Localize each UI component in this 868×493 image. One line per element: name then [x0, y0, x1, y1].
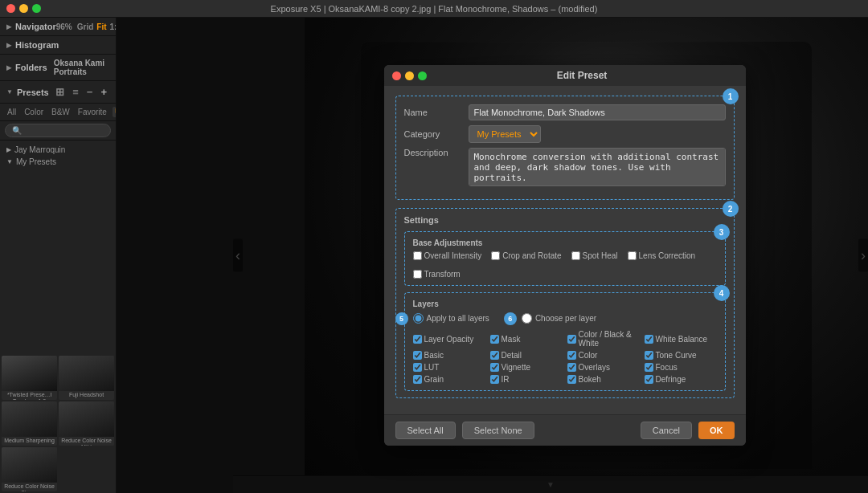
- check-color-bw-input[interactable]: [567, 335, 576, 344]
- check-defringe-input[interactable]: [645, 375, 653, 384]
- check-transform-input[interactable]: [413, 270, 422, 279]
- check-bokeh-input[interactable]: [567, 375, 576, 384]
- traffic-lights[interactable]: [6, 4, 41, 13]
- select-all-button[interactable]: Select All: [395, 422, 456, 439]
- navigator-label: Navigator: [15, 22, 56, 31]
- cancel-button[interactable]: Cancel: [641, 422, 692, 439]
- grid-icon[interactable]: ⊞: [53, 85, 67, 99]
- layers-title: Layers: [413, 299, 717, 308]
- check-overlays[interactable]: Overlays: [567, 363, 640, 372]
- preset-thumb-label-medium: Medium Sharpening: [2, 437, 57, 445]
- check-vignette[interactable]: Vignette: [490, 363, 563, 372]
- description-row: Description Monochrome conversion with a…: [404, 148, 726, 186]
- check-white-balance-input[interactable]: [645, 335, 653, 344]
- close-button[interactable]: [6, 4, 15, 13]
- radio-apply-all-input[interactable]: [413, 313, 424, 324]
- dialog-minimize-button[interactable]: [405, 71, 414, 80]
- filter-tab-user[interactable]: User: [113, 107, 116, 117]
- minimize-button[interactable]: [19, 4, 28, 13]
- info-section: 1 Name Category My Presets Description M…: [395, 96, 735, 200]
- preset-thumb-medium[interactable]: Medium Sharpening: [2, 401, 57, 446]
- select-none-button[interactable]: Select None: [462, 422, 534, 439]
- radio-choose-per-layer[interactable]: Choose per layer: [522, 313, 596, 324]
- presets-header[interactable]: ▼ Presets ⊞ ≡ − +: [0, 81, 116, 104]
- preset-thumb-noise-strong[interactable]: Reduce Color Noise Strong: [2, 447, 57, 491]
- maximize-button[interactable]: [32, 4, 41, 13]
- name-input[interactable]: [469, 104, 726, 120]
- list-icon[interactable]: ≡: [70, 85, 81, 99]
- check-layer-opacity[interactable]: Layer Opacity: [413, 330, 485, 348]
- check-mask[interactable]: Mask: [490, 330, 563, 348]
- check-ir[interactable]: IR: [490, 375, 563, 384]
- edit-preset-dialog: Edit Preset 1 Name Category My Presets: [384, 65, 746, 446]
- layers-box: 4 Layers 5 Apply to all layers: [404, 292, 726, 391]
- check-overall-intensity-input[interactable]: [413, 251, 422, 260]
- check-ir-input[interactable]: [490, 375, 499, 384]
- check-color-input[interactable]: [567, 351, 576, 360]
- check-color[interactable]: Color: [567, 351, 640, 360]
- check-grain[interactable]: Grain: [413, 375, 485, 384]
- dialog-traffic-lights[interactable]: [392, 71, 427, 80]
- check-grain-input[interactable]: [413, 375, 422, 384]
- filter-tab-all[interactable]: All: [5, 107, 18, 117]
- preset-thumb-noise-mild[interactable]: Reduce Color Noise Mild: [59, 401, 114, 446]
- check-color-bw[interactable]: Color / Black & White: [567, 330, 640, 348]
- check-bokeh[interactable]: Bokeh: [567, 375, 640, 384]
- folders-header[interactable]: ▶ Folders Oksana Kami Portraits: [0, 55, 116, 80]
- check-spot-heal-input[interactable]: [571, 251, 580, 260]
- check-layer-opacity-input[interactable]: [413, 335, 422, 344]
- check-lut[interactable]: LUT: [413, 363, 485, 372]
- check-basic-input[interactable]: [413, 351, 422, 360]
- check-vignette-input[interactable]: [490, 363, 499, 372]
- filter-tab-color[interactable]: Color: [22, 107, 46, 117]
- radio-choose-per-layer-input[interactable]: [522, 313, 532, 324]
- check-tone-curve[interactable]: Tone Curve: [645, 351, 717, 360]
- navigator-fit: Fit: [96, 22, 106, 31]
- filter-tab-bw[interactable]: B&W: [49, 107, 72, 117]
- description-input[interactable]: Monochrome conversion with additional co…: [469, 148, 726, 186]
- check-white-balance[interactable]: White Balance: [645, 330, 717, 348]
- check-crop-rotate-input[interactable]: [491, 251, 500, 260]
- sidebar: ▶ Navigator 96% Grid Fit 1:1 ▶ Histogram…: [0, 18, 117, 493]
- dialog-close-button[interactable]: [392, 71, 401, 80]
- dialog-maximize-button[interactable]: [418, 71, 427, 80]
- search-input[interactable]: [5, 124, 111, 137]
- preset-tree: ▶ Jay Marroquin ▼ My Presets: [0, 141, 116, 354]
- filter-tab-favorite[interactable]: Favorite: [76, 107, 109, 117]
- radio-apply-all[interactable]: Apply to all layers: [413, 313, 489, 324]
- dialog-footer: Select All Select None Cancel OK: [384, 414, 746, 446]
- check-focus[interactable]: Focus: [645, 363, 717, 372]
- preset-thumb-fuji[interactable]: Fuji Headshot: [59, 356, 114, 400]
- check-tone-curve-input[interactable]: [645, 351, 653, 360]
- check-lens-correction-input[interactable]: [628, 251, 637, 260]
- check-overall-intensity[interactable]: Overall Intensity: [413, 251, 482, 260]
- remove-preset-button[interactable]: −: [84, 85, 96, 99]
- histogram-header[interactable]: ▶ Histogram: [0, 36, 116, 54]
- base-adjustments-box: 3 Base Adjustments Overall Intensity Cro…: [404, 231, 726, 286]
- check-mask-input[interactable]: [490, 335, 499, 344]
- preset-group-jay[interactable]: ▶ Jay Marroquin: [0, 144, 116, 156]
- preset-group-mypresets[interactable]: ▼ My Presets: [0, 156, 116, 168]
- ok-button[interactable]: OK: [698, 422, 735, 439]
- preset-thumb-label-fuji: Fuji Headshot: [59, 391, 114, 399]
- check-crop-rotate[interactable]: Crop and Rotate: [491, 251, 561, 260]
- check-detail[interactable]: Detail: [490, 351, 563, 360]
- check-lut-input[interactable]: [413, 363, 422, 372]
- check-defringe[interactable]: Defringe: [645, 375, 717, 384]
- preset-thumb-twisted[interactable]: *Twisted Prese…l Touches v1.2: [2, 356, 57, 400]
- category-select[interactable]: My Presets: [469, 125, 541, 143]
- add-preset-button[interactable]: +: [98, 85, 109, 99]
- settings-label: Settings: [404, 215, 726, 225]
- folders-label: Folders: [15, 63, 47, 72]
- check-basic[interactable]: Basic: [413, 351, 485, 360]
- badge-1: 1: [723, 88, 739, 104]
- check-detail-input[interactable]: [490, 351, 499, 360]
- check-overlays-input[interactable]: [567, 363, 576, 372]
- navigator-header[interactable]: ▶ Navigator 96% Grid Fit 1:1: [0, 18, 116, 35]
- check-transform[interactable]: Transform: [413, 270, 461, 279]
- check-lens-correction[interactable]: Lens Correction: [628, 251, 696, 260]
- check-focus-input[interactable]: [645, 363, 653, 372]
- navigator-zoom: 96%: [56, 22, 72, 31]
- layer-options-row: 5 Apply to all layers 6: [413, 313, 717, 324]
- check-spot-heal[interactable]: Spot Heal: [571, 251, 618, 260]
